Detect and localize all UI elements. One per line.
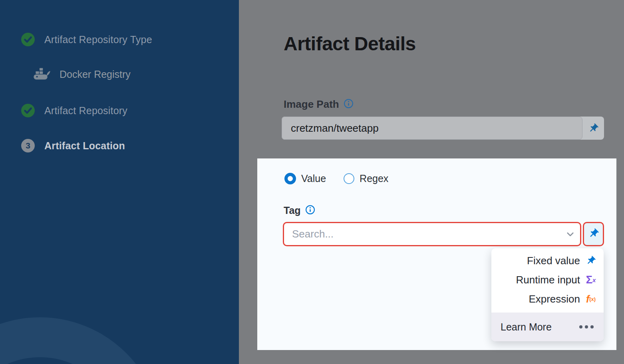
- artifact-wizard-screen: Artifact Repository Type Docker Registry…: [0, 0, 624, 364]
- learn-more-link[interactable]: Learn More: [501, 321, 552, 333]
- pin-fixed-value-icon: [588, 228, 599, 241]
- tag-select-field: [283, 222, 581, 246]
- sidebar-step-artifact-repository-type[interactable]: Artifact Repository Type: [21, 33, 152, 46]
- menu-item-label: Expression: [529, 293, 580, 305]
- pin-fixed-value-icon[interactable]: [582, 117, 604, 140]
- menu-item-runtime-input[interactable]: Runtime input Σx: [491, 270, 604, 289]
- tag-label: Tag: [284, 205, 301, 216]
- dropdown-footer: Learn More: [491, 313, 604, 341]
- sidebar-step-artifact-location[interactable]: 3 Artifact Location: [21, 139, 125, 152]
- check-circle-icon: [21, 104, 35, 117]
- docker-whale-icon: [33, 67, 52, 82]
- tag-label-row: Tag: [284, 205, 315, 216]
- pin-icon: [585, 255, 596, 266]
- substep-label: Docker Registry: [60, 69, 131, 80]
- radio-regex-label: Regex: [360, 173, 388, 184]
- menu-item-label: Runtime input: [516, 274, 580, 286]
- tag-input-type-button[interactable]: [583, 222, 604, 246]
- step-number-badge: 3: [21, 139, 35, 152]
- image-path-label-row: Image Path: [284, 98, 354, 111]
- info-icon[interactable]: [305, 205, 315, 216]
- image-path-input[interactable]: [282, 117, 582, 140]
- info-icon[interactable]: [344, 99, 354, 110]
- ring-decoration: [0, 317, 162, 364]
- tag-search-input[interactable]: [284, 223, 560, 245]
- step-label: Artifact Repository Type: [44, 34, 152, 46]
- image-path-label: Image Path: [284, 98, 339, 111]
- chevron-down-icon[interactable]: [560, 223, 580, 245]
- check-circle-icon: [21, 33, 35, 46]
- input-type-dropdown-menu: Fixed value Runtime input Σx Expression …: [491, 248, 604, 341]
- tag-type-radio-group: Value Regex: [284, 173, 388, 184]
- step-label: Artifact Location: [44, 140, 125, 152]
- sigma-icon: Σx: [585, 275, 596, 285]
- radio-value[interactable]: [284, 173, 296, 184]
- page-title: Artifact Details: [284, 33, 416, 55]
- sidebar-step-artifact-repository[interactable]: Artifact Repository: [21, 104, 127, 117]
- dropdown-items: Fixed value Runtime input Σx Expression …: [491, 248, 604, 309]
- fx-icon: f(x): [585, 294, 596, 304]
- menu-item-fixed-value[interactable]: Fixed value: [491, 251, 604, 270]
- radio-value-label: Value: [301, 173, 326, 184]
- image-path-field: [282, 117, 604, 140]
- sidebar-substep-docker-registry[interactable]: Docker Registry: [33, 67, 131, 82]
- wizard-step-sidebar: Artifact Repository Type Docker Registry…: [0, 0, 239, 364]
- step-label: Artifact Repository: [44, 105, 127, 117]
- more-icon[interactable]: [579, 325, 594, 328]
- radio-regex[interactable]: [344, 173, 354, 184]
- menu-item-label: Fixed value: [527, 255, 580, 267]
- menu-item-expression[interactable]: Expression f(x): [491, 289, 604, 309]
